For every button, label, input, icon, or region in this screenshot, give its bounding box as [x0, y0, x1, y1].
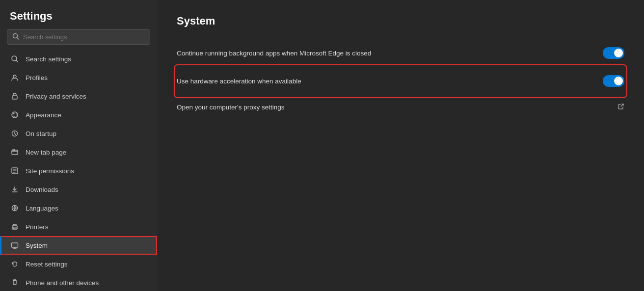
svg-line-1: [17, 38, 19, 40]
nav-label-search-settings: Search settings: [26, 55, 147, 63]
nav-item-phone-devices[interactable]: Phone and other devices: [0, 273, 157, 291]
phone-icon: [10, 278, 20, 288]
setting-row-background-apps[interactable]: Continue running background apps when Mi…: [177, 39, 624, 67]
svg-point-16: [14, 284, 15, 285]
reset-icon: [10, 259, 20, 269]
nav-label-site-permissions: Site permissions: [26, 167, 147, 175]
svg-point-4: [13, 75, 16, 78]
nav-item-search-settings[interactable]: Search settings: [0, 50, 157, 68]
nav-item-privacy-services[interactable]: Privacy and services: [0, 87, 157, 106]
nav-label-reset-settings: Reset settings: [26, 261, 147, 268]
nav-item-appearance[interactable]: Appearance: [0, 106, 157, 124]
setting-label-background-apps: Continue running background apps when Mi…: [177, 50, 603, 57]
nav-label-phone-devices: Phone and other devices: [26, 279, 147, 287]
privacy-icon: [10, 91, 20, 101]
nav-label-new-tab-page: New tab page: [26, 149, 147, 156]
search-box[interactable]: [7, 29, 150, 45]
setting-row-hardware-acceleration[interactable]: Use hardware acceleration when available: [177, 67, 624, 95]
nav-item-languages[interactable]: Languages: [0, 199, 157, 217]
nav-label-downloads: Downloads: [26, 186, 147, 193]
nav-item-reset-settings[interactable]: Reset settings: [0, 255, 157, 273]
appearance-icon: [10, 110, 20, 120]
nav-label-appearance: Appearance: [26, 111, 147, 119]
printers-icon: [10, 222, 20, 232]
nav-label-privacy-services: Privacy and services: [26, 93, 147, 100]
svg-rect-14: [12, 243, 18, 247]
nav-label-printers: Printers: [26, 223, 147, 231]
setting-row-proxy-settings[interactable]: Open your computer's proxy settings: [177, 95, 624, 119]
nav-label-on-startup: On startup: [26, 130, 147, 137]
page-title: System: [177, 15, 624, 27]
profiles-icon: [10, 73, 20, 82]
downloads-icon: [10, 185, 20, 194]
search-input[interactable]: [23, 33, 145, 41]
sidebar-title: Settings: [0, 5, 157, 29]
nav-label-languages: Languages: [26, 205, 147, 212]
site-permissions-icon: [10, 166, 20, 176]
nav-label-profiles: Profiles: [26, 74, 147, 81]
svg-line-3: [16, 60, 18, 62]
on-startup-icon: [10, 129, 20, 138]
nav-item-new-tab-page[interactable]: New tab page: [0, 143, 157, 161]
search-icon: [12, 33, 19, 41]
nav-label-system: System: [26, 242, 147, 249]
new-tab-icon: [10, 147, 20, 157]
nav-item-system[interactable]: System: [0, 236, 157, 255]
search-icon: [10, 54, 20, 64]
nav-list: Search settingsProfilesPrivacy and servi…: [0, 50, 157, 291]
system-icon: [10, 240, 20, 250]
toggle-background-apps[interactable]: [603, 47, 624, 59]
setting-label-hardware-acceleration: Use hardware acceleration when available: [177, 78, 603, 85]
nav-item-printers[interactable]: Printers: [0, 217, 157, 236]
settings-list: Continue running background apps when Mi…: [177, 39, 624, 119]
languages-icon: [10, 203, 20, 213]
nav-item-downloads[interactable]: Downloads: [0, 180, 157, 199]
sidebar: Settings Search settingsProfilesPrivacy …: [0, 0, 157, 291]
main-content: System Continue running background apps …: [157, 0, 644, 291]
setting-label-proxy-settings: Open your computer's proxy settings: [177, 104, 610, 111]
nav-item-site-permissions[interactable]: Site permissions: [0, 161, 157, 180]
svg-rect-13: [13, 227, 16, 229]
nav-item-profiles[interactable]: Profiles: [0, 68, 157, 87]
svg-rect-5: [12, 96, 17, 99]
external-link-icon[interactable]: [617, 103, 624, 111]
toggle-hardware-acceleration[interactable]: [603, 75, 624, 87]
nav-item-on-startup[interactable]: On startup: [0, 124, 157, 143]
